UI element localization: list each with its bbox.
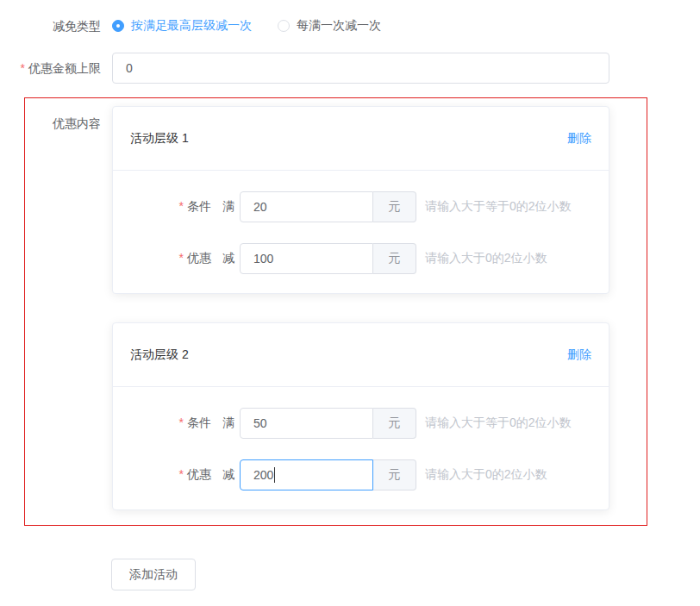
add-activity-button[interactable]: 添加活动 — [111, 559, 196, 590]
discount-row: *优惠减 元 请输入大于0的2位小数 — [130, 243, 591, 274]
currency-unit-suffix: 元 — [373, 191, 416, 222]
discount-prefix: 减 — [222, 251, 234, 265]
tier2-discount-input-focused[interactable] — [240, 459, 373, 490]
discount-label: *优惠减 — [130, 467, 234, 483]
discount-content-section: 优惠内容 活动层级 1 删除 *条件满 元 — [24, 97, 647, 526]
radio-option-highest-tier[interactable]: 按满足最高层级减一次 — [112, 18, 252, 34]
currency-unit-suffix: 元 — [373, 408, 416, 439]
discount-input-group: 元 — [240, 243, 416, 274]
condition-row: *条件满 元 请输入大于等于0的2位小数 — [130, 191, 591, 222]
tier-card-2-title: 活动层级 2 — [130, 347, 189, 363]
max-discount-label: *优惠金额上限 — [0, 59, 101, 77]
required-asterisk: * — [179, 415, 184, 429]
discount-prefix: 减 — [222, 467, 234, 481]
tier1-discount-input[interactable] — [240, 243, 373, 274]
max-discount-input[interactable] — [112, 53, 609, 84]
discount-label-text: 优惠 — [187, 467, 211, 481]
radio-unchecked-icon — [278, 20, 290, 32]
tier1-condition-input[interactable] — [240, 191, 373, 222]
condition-input-wrap — [240, 191, 373, 222]
max-discount-label-text: 优惠金额上限 — [28, 61, 101, 75]
discount-input-wrap — [240, 243, 373, 274]
text-cursor — [274, 467, 275, 483]
required-asterisk: * — [179, 467, 184, 481]
condition-label: *条件满 — [130, 415, 234, 431]
required-asterisk: * — [179, 199, 184, 213]
discount-label-text: 优惠 — [187, 251, 211, 265]
condition-input-wrap — [240, 408, 373, 439]
tier-card-2-header: 活动层级 2 删除 — [113, 323, 609, 387]
radio-checked-icon — [112, 20, 124, 32]
tier-card-1-body: *条件满 元 请输入大于等于0的2位小数 *优惠减 — [113, 171, 609, 293]
tier-card-1: 活动层级 1 删除 *条件满 元 请输入大于等于0的2位小数 — [112, 106, 609, 294]
condition-label: *条件满 — [130, 199, 234, 215]
tier-card-2-delete-link[interactable]: 删除 — [567, 347, 591, 363]
reduction-type-row: 减免类型 按满足最高层级减一次 每满一次减一次 — [0, 17, 700, 34]
tier-card-1-header: 活动层级 1 删除 — [113, 107, 609, 171]
condition-label-text: 条件 — [187, 199, 211, 213]
discount-content-label: 优惠内容 — [25, 106, 101, 510]
tier2-condition-input[interactable] — [240, 408, 373, 439]
discount-row: *优惠减 元 请输入大于0的2位小数 — [130, 459, 591, 490]
tier-card-2: 活动层级 2 删除 *条件满 元 请输入大于等于0的2位小数 — [112, 322, 609, 510]
radio-option-label: 按满足最高层级减一次 — [131, 18, 252, 34]
radio-dot — [116, 24, 120, 28]
condition-input-group: 元 — [240, 408, 416, 439]
condition-input-group: 元 — [240, 191, 416, 222]
required-asterisk: * — [179, 251, 184, 265]
input-hint: 请输入大于0的2位小数 — [425, 467, 547, 483]
promotion-form: 减免类型 按满足最高层级减一次 每满一次减一次 *优惠金额上限 优惠内容 活动层… — [0, 0, 700, 590]
tier-card-2-body: *条件满 元 请输入大于等于0的2位小数 *优惠减 — [113, 387, 609, 509]
tier-card-1-delete-link[interactable]: 删除 — [567, 131, 591, 147]
max-discount-row: *优惠金额上限 — [0, 53, 700, 84]
condition-row: *条件满 元 请输入大于等于0的2位小数 — [130, 408, 591, 439]
reduction-type-radio-group: 按满足最高层级减一次 每满一次减一次 — [112, 18, 407, 34]
required-asterisk: * — [21, 61, 25, 75]
currency-unit-suffix: 元 — [373, 459, 416, 490]
condition-prefix: 满 — [222, 199, 234, 213]
discount-input-wrap — [240, 459, 373, 490]
currency-unit-suffix: 元 — [373, 243, 416, 274]
tier-card-1-title: 活动层级 1 — [130, 131, 189, 147]
discount-input-group: 元 — [240, 459, 416, 490]
radio-option-label: 每满一次减一次 — [297, 18, 381, 34]
condition-prefix: 满 — [222, 415, 234, 429]
condition-label-text: 条件 — [187, 415, 211, 429]
input-hint: 请输入大于0的2位小数 — [425, 251, 547, 266]
tier-cards: 活动层级 1 删除 *条件满 元 请输入大于等于0的2位小数 — [112, 106, 609, 510]
reduction-type-label: 减免类型 — [0, 17, 101, 34]
discount-label: *优惠减 — [130, 251, 234, 266]
radio-option-every-time[interactable]: 每满一次减一次 — [278, 18, 381, 34]
input-hint: 请输入大于等于0的2位小数 — [425, 415, 572, 431]
input-hint: 请输入大于等于0的2位小数 — [425, 199, 572, 215]
